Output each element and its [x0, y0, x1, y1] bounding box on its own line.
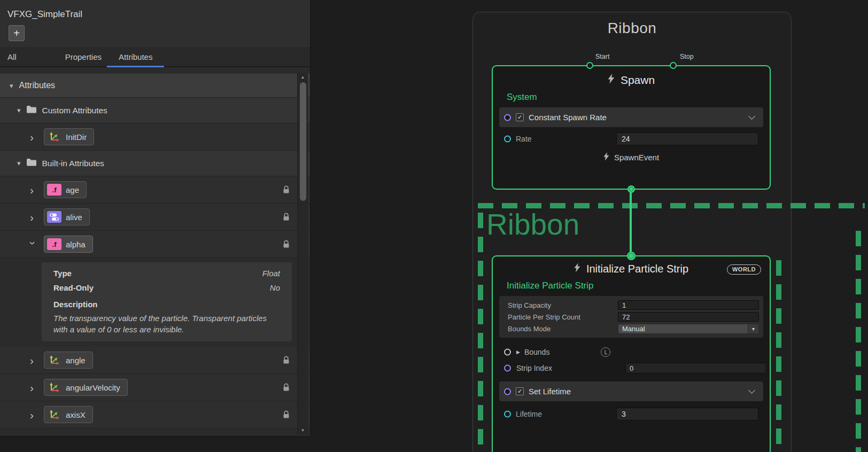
attribute-label: alive [66, 213, 82, 222]
initialize-particle-strip-node[interactable]: WORLD Initialize Particle Strip Initiali… [492, 255, 771, 452]
spawn-event-row: SpawnEvent [493, 152, 770, 162]
bounds-mode-row: Bounds Mode Manual ▾ [508, 323, 759, 334]
lifetime-port[interactable] [504, 411, 511, 418]
expand-chevron-icon[interactable]: › [30, 382, 36, 393]
particle-per-strip-count-row: Particle Per Strip Count 72 [508, 311, 759, 323]
vector-attribute-icon [47, 354, 61, 366]
attribute-row-initdir[interactable]: › InitDir [0, 123, 310, 151]
set-lifetime-row[interactable]: Set Lifetime [499, 381, 763, 401]
readonly-label: Read-Only [53, 283, 94, 292]
custom-attributes-group-row[interactable]: ▾ Custom Attributes [0, 98, 310, 123]
builtin-attributes-group-row[interactable]: ▾ Built-in Attributes [0, 151, 310, 176]
expand-chevron-icon[interactable]: › [30, 184, 36, 196]
add-attribute-button[interactable]: + [9, 25, 25, 41]
bounds-mode-dropdown[interactable]: Manual ▾ [618, 324, 759, 334]
attribute-row-alpha[interactable]: › .f alpha [0, 231, 310, 258]
scrollbar-thumb[interactable] [300, 82, 306, 201]
constant-spawn-rate-checkbox[interactable] [516, 113, 524, 121]
lock-icon [283, 410, 290, 419]
bounds-port[interactable] [504, 349, 511, 356]
lightning-icon [608, 74, 615, 87]
type-label: Type [53, 269, 72, 278]
set-lifetime-label: Set Lifetime [529, 387, 571, 396]
collapse-triangle-icon[interactable]: ▾ [17, 106, 21, 114]
readonly-value: No [270, 283, 280, 292]
attribute-chip-angle[interactable]: angle [44, 352, 93, 369]
tab-properties[interactable]: Properties [65, 47, 102, 66]
space-badge[interactable]: WORLD [727, 264, 761, 275]
asset-title: VFXG_SimpleTrail [7, 9, 82, 20]
initialize-input-port[interactable] [627, 252, 636, 260]
lock-icon [283, 356, 290, 364]
flow-label-start: Start [595, 53, 609, 60]
expand-chevron-icon[interactable]: › [30, 409, 36, 420]
flow-port-start[interactable] [586, 62, 593, 69]
constant-spawn-rate-port[interactable] [504, 114, 511, 121]
attribute-row-angle[interactable]: › angle [0, 347, 310, 374]
strip-index-input[interactable]: 0 [625, 363, 766, 373]
rate-label: Rate [516, 135, 532, 143]
attribute-chip-alpha[interactable]: .f alpha [44, 236, 93, 253]
collapse-triangle-icon[interactable]: ▾ [17, 159, 21, 167]
system-border-dash-left [478, 213, 483, 452]
vector-attribute-icon [47, 131, 61, 143]
expand-chevron-icon[interactable]: › [30, 131, 36, 143]
attributes-root-row[interactable]: ▾ Attributes [0, 74, 310, 98]
attribute-label: angularVelocity [66, 383, 120, 392]
lock-icon [283, 383, 290, 392]
chevron-down-icon[interactable] [748, 387, 755, 394]
attribute-row-age[interactable]: › .f age [0, 176, 310, 204]
lock-icon [283, 240, 290, 248]
vector-attribute-icon [47, 381, 61, 393]
folder-icon [26, 105, 37, 116]
expand-triangle-icon[interactable]: ▶ [516, 349, 520, 355]
scroll-down-icon[interactable]: ▼ [298, 428, 308, 433]
vertical-scrollbar[interactable]: ▲ ▼ [297, 73, 308, 435]
builtin-attributes-label: Built-in Attributes [42, 159, 104, 168]
dropdown-arrow-icon[interactable]: ▾ [748, 324, 758, 333]
tab-attributes[interactable]: Attributes [107, 47, 164, 66]
chevron-down-icon[interactable] [748, 113, 755, 120]
rate-port[interactable] [504, 136, 511, 143]
spawn-output-port[interactable] [627, 185, 635, 193]
spawn-node-title: Spawn [493, 74, 770, 87]
tab-all[interactable]: All [7, 47, 17, 66]
attribute-chip-initdir[interactable]: InitDir [44, 128, 94, 145]
collapse-triangle-icon[interactable]: ▾ [10, 82, 13, 90]
lock-icon [283, 185, 290, 194]
attribute-label: axisX [66, 410, 86, 419]
attribute-row-angularvelocity[interactable]: › angularVelocity [0, 374, 310, 401]
particle-per-strip-count-input[interactable]: 72 [618, 312, 759, 322]
local-space-badge[interactable]: L [601, 347, 610, 357]
alpha-detail-panel: Type Float Read-Only No Description The … [42, 262, 292, 341]
scroll-up-icon[interactable]: ▲ [298, 75, 308, 80]
lifetime-input[interactable]: 3 [616, 408, 758, 420]
flow-label-stop: Stop [680, 53, 694, 60]
attribute-chip-alive[interactable]: alive [44, 208, 90, 225]
expand-chevron-icon[interactable]: › [30, 355, 36, 366]
attribute-chip-age[interactable]: .f age [44, 181, 87, 198]
set-lifetime-checkbox[interactable] [516, 387, 524, 395]
strip-index-port[interactable] [504, 365, 511, 372]
custom-attributes-label: Custom Attributes [42, 106, 107, 115]
system-border-dash-inner-right [776, 260, 781, 452]
strip-capacity-input[interactable]: 1 [618, 300, 759, 310]
attribute-row-axisx[interactable]: › axisX [0, 401, 310, 428]
system-context-label: Ribbon [486, 207, 579, 241]
attribute-chip-axisx[interactable]: axisX [44, 406, 93, 423]
expand-chevron-icon[interactable]: › [30, 212, 36, 223]
system-border-dash-right [856, 231, 861, 452]
attribute-label: alpha [66, 240, 86, 249]
set-lifetime-port[interactable] [504, 388, 511, 395]
collapse-chevron-icon[interactable]: › [28, 241, 39, 247]
spawn-node[interactable]: Start Stop Spawn System Constant Spawn R… [492, 65, 771, 190]
constant-spawn-rate-row[interactable]: Constant Spawn Rate [499, 107, 763, 127]
attribute-row-alive[interactable]: › alive [0, 204, 310, 231]
flow-edge [630, 189, 632, 258]
flow-port-stop[interactable] [670, 62, 677, 69]
lifetime-row: Lifetime 3 [499, 402, 763, 426]
particle-per-strip-count-label: Particle Per Strip Count [508, 313, 580, 321]
lifetime-label: Lifetime [516, 410, 542, 418]
rate-input[interactable]: 24 [616, 133, 758, 145]
attribute-chip-angularvelocity[interactable]: angularVelocity [44, 379, 128, 396]
